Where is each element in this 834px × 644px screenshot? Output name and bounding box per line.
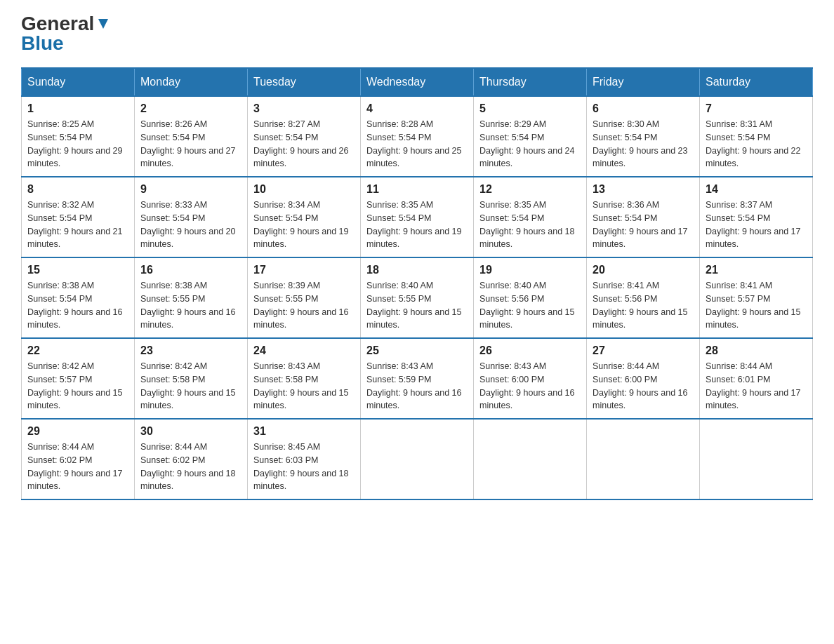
- day-info: Sunrise: 8:31 AM Sunset: 5:54 PM Dayligh…: [706, 118, 807, 170]
- calendar-week-row: 8 Sunrise: 8:32 AM Sunset: 5:54 PM Dayli…: [22, 177, 813, 257]
- calendar-day-cell: 25 Sunrise: 8:43 AM Sunset: 5:59 PM Dayl…: [361, 338, 474, 419]
- day-info: Sunrise: 8:28 AM Sunset: 5:54 PM Dayligh…: [366, 118, 468, 170]
- day-info: Sunrise: 8:42 AM Sunset: 5:57 PM Dayligh…: [27, 360, 128, 412]
- day-info: Sunrise: 8:44 AM Sunset: 6:02 PM Dayligh…: [27, 441, 128, 493]
- logo-arrow-icon: [95, 16, 111, 32]
- calendar-day-cell: 14 Sunrise: 8:37 AM Sunset: 5:54 PM Dayl…: [700, 177, 813, 257]
- weekday-header-wednesday: Wednesday: [361, 68, 474, 96]
- calendar-day-cell: 16 Sunrise: 8:38 AM Sunset: 5:55 PM Dayl…: [135, 257, 248, 338]
- calendar-day-cell: 28 Sunrise: 8:44 AM Sunset: 6:01 PM Dayl…: [700, 338, 813, 419]
- day-info: Sunrise: 8:34 AM Sunset: 5:54 PM Dayligh…: [253, 199, 355, 251]
- day-number: 6: [593, 102, 694, 115]
- day-info: Sunrise: 8:35 AM Sunset: 5:54 PM Dayligh…: [366, 199, 468, 251]
- calendar-week-row: 29 Sunrise: 8:44 AM Sunset: 6:02 PM Dayl…: [22, 419, 813, 499]
- day-number: 21: [706, 264, 807, 276]
- logo: General Blue: [21, 14, 111, 53]
- calendar-day-cell: 19 Sunrise: 8:40 AM Sunset: 5:56 PM Dayl…: [474, 257, 587, 338]
- day-number: 19: [479, 264, 581, 276]
- day-info: Sunrise: 8:40 AM Sunset: 5:55 PM Dayligh…: [366, 279, 468, 332]
- day-number: 31: [253, 425, 355, 438]
- day-info: Sunrise: 8:44 AM Sunset: 6:02 PM Dayligh…: [140, 441, 241, 493]
- calendar-day-cell: [587, 419, 700, 499]
- day-info: Sunrise: 8:32 AM Sunset: 5:54 PM Dayligh…: [27, 199, 128, 251]
- day-info: Sunrise: 8:29 AM Sunset: 5:54 PM Dayligh…: [479, 118, 581, 170]
- calendar-day-cell: 13 Sunrise: 8:36 AM Sunset: 5:54 PM Dayl…: [587, 177, 700, 257]
- day-number: 25: [366, 344, 468, 357]
- day-info: Sunrise: 8:41 AM Sunset: 5:57 PM Dayligh…: [706, 279, 807, 332]
- weekday-header-row: SundayMondayTuesdayWednesdayThursdayFrid…: [22, 68, 813, 96]
- day-number: 27: [593, 344, 694, 357]
- calendar-day-cell: 31 Sunrise: 8:45 AM Sunset: 6:03 PM Dayl…: [248, 419, 361, 499]
- day-number: 10: [253, 183, 355, 196]
- day-number: 11: [366, 183, 468, 196]
- calendar-day-cell: 3 Sunrise: 8:27 AM Sunset: 5:54 PM Dayli…: [248, 96, 361, 177]
- day-number: 28: [706, 344, 807, 357]
- calendar-day-cell: 17 Sunrise: 8:39 AM Sunset: 5:55 PM Dayl…: [248, 257, 361, 338]
- day-info: Sunrise: 8:43 AM Sunset: 5:59 PM Dayligh…: [366, 360, 468, 412]
- svg-marker-0: [98, 19, 108, 29]
- day-number: 20: [593, 264, 694, 276]
- page-header: General Blue: [21, 14, 813, 53]
- calendar-day-cell: 29 Sunrise: 8:44 AM Sunset: 6:02 PM Dayl…: [22, 419, 135, 499]
- day-info: Sunrise: 8:25 AM Sunset: 5:54 PM Dayligh…: [27, 118, 128, 170]
- day-number: 7: [706, 102, 807, 115]
- calendar-day-cell: 2 Sunrise: 8:26 AM Sunset: 5:54 PM Dayli…: [135, 96, 248, 177]
- calendar-day-cell: 4 Sunrise: 8:28 AM Sunset: 5:54 PM Dayli…: [361, 96, 474, 177]
- calendar-day-cell: 20 Sunrise: 8:41 AM Sunset: 5:56 PM Dayl…: [587, 257, 700, 338]
- day-info: Sunrise: 8:42 AM Sunset: 5:58 PM Dayligh…: [140, 360, 241, 412]
- day-number: 22: [27, 344, 128, 357]
- day-info: Sunrise: 8:30 AM Sunset: 5:54 PM Dayligh…: [593, 118, 694, 170]
- calendar-day-cell: 15 Sunrise: 8:38 AM Sunset: 5:54 PM Dayl…: [22, 257, 135, 338]
- calendar-day-cell: 10 Sunrise: 8:34 AM Sunset: 5:54 PM Dayl…: [248, 177, 361, 257]
- calendar-day-cell: 24 Sunrise: 8:43 AM Sunset: 5:58 PM Dayl…: [248, 338, 361, 419]
- day-info: Sunrise: 8:36 AM Sunset: 5:54 PM Dayligh…: [593, 199, 694, 251]
- day-number: 18: [366, 264, 468, 276]
- day-info: Sunrise: 8:35 AM Sunset: 5:54 PM Dayligh…: [479, 199, 581, 251]
- day-number: 29: [27, 425, 128, 438]
- day-info: Sunrise: 8:40 AM Sunset: 5:56 PM Dayligh…: [479, 279, 581, 332]
- day-info: Sunrise: 8:33 AM Sunset: 5:54 PM Dayligh…: [140, 199, 241, 251]
- calendar-week-row: 15 Sunrise: 8:38 AM Sunset: 5:54 PM Dayl…: [22, 257, 813, 338]
- day-number: 17: [253, 264, 355, 276]
- calendar-day-cell: 9 Sunrise: 8:33 AM Sunset: 5:54 PM Dayli…: [135, 177, 248, 257]
- calendar-day-cell: 30 Sunrise: 8:44 AM Sunset: 6:02 PM Dayl…: [135, 419, 248, 499]
- calendar-day-cell: 18 Sunrise: 8:40 AM Sunset: 5:55 PM Dayl…: [361, 257, 474, 338]
- logo-general-text: General: [21, 14, 94, 34]
- weekday-header-friday: Friday: [587, 68, 700, 96]
- calendar-day-cell: 8 Sunrise: 8:32 AM Sunset: 5:54 PM Dayli…: [22, 177, 135, 257]
- weekday-header-thursday: Thursday: [474, 68, 587, 96]
- logo-blue-text: Blue: [21, 32, 64, 54]
- calendar-week-row: 1 Sunrise: 8:25 AM Sunset: 5:54 PM Dayli…: [22, 96, 813, 177]
- calendar-day-cell: 5 Sunrise: 8:29 AM Sunset: 5:54 PM Dayli…: [474, 96, 587, 177]
- day-number: 24: [253, 344, 355, 357]
- calendar-day-cell: [700, 419, 813, 499]
- calendar-day-cell: 27 Sunrise: 8:44 AM Sunset: 6:00 PM Dayl…: [587, 338, 700, 419]
- calendar-day-cell: 12 Sunrise: 8:35 AM Sunset: 5:54 PM Dayl…: [474, 177, 587, 257]
- calendar-day-cell: [361, 419, 474, 499]
- day-info: Sunrise: 8:45 AM Sunset: 6:03 PM Dayligh…: [253, 441, 355, 493]
- calendar-day-cell: 11 Sunrise: 8:35 AM Sunset: 5:54 PM Dayl…: [361, 177, 474, 257]
- day-number: 23: [140, 344, 241, 357]
- day-number: 5: [479, 102, 581, 115]
- weekday-header-sunday: Sunday: [22, 68, 135, 96]
- day-info: Sunrise: 8:39 AM Sunset: 5:55 PM Dayligh…: [253, 279, 355, 332]
- calendar-day-cell: 22 Sunrise: 8:42 AM Sunset: 5:57 PM Dayl…: [22, 338, 135, 419]
- day-number: 3: [253, 102, 355, 115]
- calendar-day-cell: 7 Sunrise: 8:31 AM Sunset: 5:54 PM Dayli…: [700, 96, 813, 177]
- calendar-day-cell: 21 Sunrise: 8:41 AM Sunset: 5:57 PM Dayl…: [700, 257, 813, 338]
- weekday-header-tuesday: Tuesday: [248, 68, 361, 96]
- day-number: 2: [140, 102, 241, 115]
- day-info: Sunrise: 8:26 AM Sunset: 5:54 PM Dayligh…: [140, 118, 241, 170]
- day-number: 4: [366, 102, 468, 115]
- day-number: 15: [27, 264, 128, 276]
- calendar-table: SundayMondayTuesdayWednesdayThursdayFrid…: [21, 67, 813, 500]
- day-info: Sunrise: 8:27 AM Sunset: 5:54 PM Dayligh…: [253, 118, 355, 170]
- calendar-day-cell: 23 Sunrise: 8:42 AM Sunset: 5:58 PM Dayl…: [135, 338, 248, 419]
- day-number: 12: [479, 183, 581, 196]
- day-number: 9: [140, 183, 241, 196]
- calendar-day-cell: 6 Sunrise: 8:30 AM Sunset: 5:54 PM Dayli…: [587, 96, 700, 177]
- calendar-week-row: 22 Sunrise: 8:42 AM Sunset: 5:57 PM Dayl…: [22, 338, 813, 419]
- day-info: Sunrise: 8:43 AM Sunset: 6:00 PM Dayligh…: [479, 360, 581, 412]
- calendar-day-cell: [474, 419, 587, 499]
- day-number: 1: [27, 102, 128, 115]
